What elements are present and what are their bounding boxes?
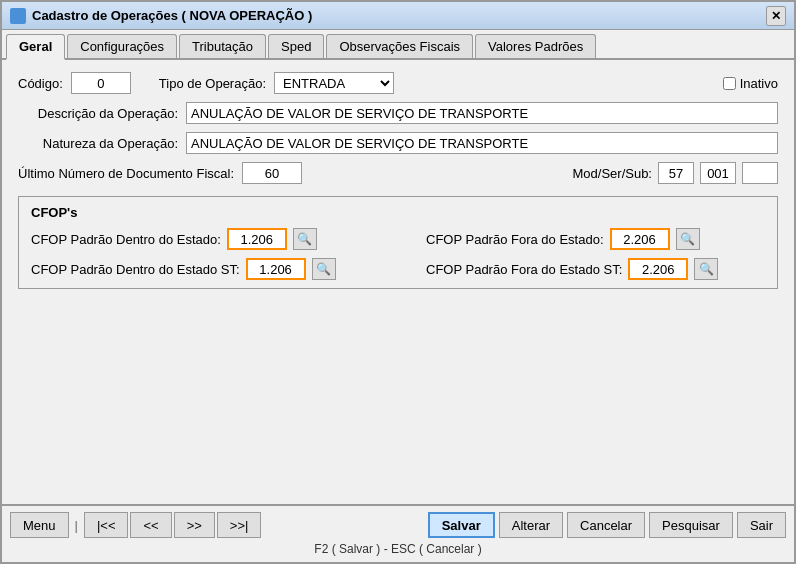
sair-button[interactable]: Sair <box>737 512 786 538</box>
natureza-label: Natureza da Operação: <box>18 136 178 151</box>
nav-group: |<< << >> >>| <box>84 512 262 538</box>
row-ultimo-num: Último Número de Documento Fiscal: Mod/S… <box>18 162 778 184</box>
cfop-fora-input[interactable] <box>610 228 670 250</box>
tipo-operacao-select[interactable]: ENTRADA SAÍDA <box>274 72 394 94</box>
inativo-row: Inativo <box>723 76 778 91</box>
tab-geral[interactable]: Geral <box>6 34 65 60</box>
nav-separator: | <box>75 518 78 533</box>
menu-button[interactable]: Menu <box>10 512 69 538</box>
cfops-grid: CFOP Padrão Dentro do Estado: 🔍 CFOP Pad… <box>31 228 765 280</box>
natureza-input[interactable] <box>186 132 778 154</box>
row-codigo: Código: Tipo de Operação: ENTRADA SAÍDA … <box>18 72 778 94</box>
cfop-fora-st: CFOP Padrão Fora do Estado ST: 🔍 <box>426 258 765 280</box>
footer-hint: F2 ( Salvar ) - ESC ( Cancelar ) <box>10 542 786 556</box>
cfop-fora-st-search-button[interactable]: 🔍 <box>694 258 718 280</box>
cfop-dentro-st-input[interactable] <box>246 258 306 280</box>
codigo-label: Código: <box>18 76 63 91</box>
nav-first-button[interactable]: |<< <box>84 512 129 538</box>
tab-observacoes[interactable]: Observações Fiscais <box>326 34 473 58</box>
row-descricao: Descrição da Operação: <box>18 102 778 124</box>
ultimo-num-input[interactable] <box>242 162 302 184</box>
cfop-dentro-search-button[interactable]: 🔍 <box>293 228 317 250</box>
inativo-label: Inativo <box>740 76 778 91</box>
tab-tributacao[interactable]: Tributação <box>179 34 266 58</box>
inativo-checkbox[interactable] <box>723 77 736 90</box>
cfops-group: CFOP's CFOP Padrão Dentro do Estado: 🔍 C… <box>18 196 778 289</box>
alterar-button[interactable]: Alterar <box>499 512 563 538</box>
cfops-title: CFOP's <box>31 205 765 220</box>
nav-next-button[interactable]: >> <box>174 512 215 538</box>
cfop-dentro: CFOP Padrão Dentro do Estado: 🔍 <box>31 228 370 250</box>
ultimo-num-label: Último Número de Documento Fiscal: <box>18 166 234 181</box>
cfop-fora-label: CFOP Padrão Fora do Estado: <box>426 232 604 247</box>
tab-sped[interactable]: Sped <box>268 34 324 58</box>
title-bar-text: Cadastro de Operações ( NOVA OPERAÇÃO ) <box>10 8 312 24</box>
app-icon <box>10 8 26 24</box>
cfop-fora-st-input[interactable] <box>628 258 688 280</box>
mod-input[interactable] <box>658 162 694 184</box>
main-window: Cadastro de Operações ( NOVA OPERAÇÃO ) … <box>0 0 796 564</box>
footer: Menu | |<< << >> >>| Salvar Alterar Canc… <box>2 504 794 562</box>
tab-configuracoes[interactable]: Configurações <box>67 34 177 58</box>
cfop-fora-search-button[interactable]: 🔍 <box>676 228 700 250</box>
window-title: Cadastro de Operações ( NOVA OPERAÇÃO ) <box>32 8 312 23</box>
cfops-row-1: CFOP Padrão Dentro do Estado: 🔍 CFOP Pad… <box>31 228 765 250</box>
mod-ser-sub-row: Mod/Ser/Sub: <box>573 162 779 184</box>
cancelar-button[interactable]: Cancelar <box>567 512 645 538</box>
main-content: Código: Tipo de Operação: ENTRADA SAÍDA … <box>2 60 794 504</box>
cfops-row-2: CFOP Padrão Dentro do Estado ST: 🔍 CFOP … <box>31 258 765 280</box>
nav-prev-button[interactable]: << <box>130 512 171 538</box>
tab-bar: Geral Configurações Tributação Sped Obse… <box>2 30 794 60</box>
cfop-dentro-label: CFOP Padrão Dentro do Estado: <box>31 232 221 247</box>
cfop-fora-st-label: CFOP Padrão Fora do Estado ST: <box>426 262 622 277</box>
tab-valores[interactable]: Valores Padrões <box>475 34 596 58</box>
tipo-operacao-label: Tipo de Operação: <box>159 76 266 91</box>
mod-label: Mod/Ser/Sub: <box>573 166 653 181</box>
cfop-dentro-st-label: CFOP Padrão Dentro do Estado ST: <box>31 262 240 277</box>
cfop-dentro-st: CFOP Padrão Dentro do Estado ST: 🔍 <box>31 258 370 280</box>
salvar-button[interactable]: Salvar <box>428 512 495 538</box>
sub-input[interactable] <box>742 162 778 184</box>
nav-last-button[interactable]: >>| <box>217 512 262 538</box>
row-natureza: Natureza da Operação: <box>18 132 778 154</box>
close-button[interactable]: ✕ <box>766 6 786 26</box>
descricao-input[interactable] <box>186 102 778 124</box>
cfop-dentro-input[interactable] <box>227 228 287 250</box>
descricao-label: Descrição da Operação: <box>18 106 178 121</box>
cfop-fora: CFOP Padrão Fora do Estado: 🔍 <box>426 228 765 250</box>
cfop-dentro-st-search-button[interactable]: 🔍 <box>312 258 336 280</box>
ser-input[interactable] <box>700 162 736 184</box>
title-bar: Cadastro de Operações ( NOVA OPERAÇÃO ) … <box>2 2 794 30</box>
pesquisar-button[interactable]: Pesquisar <box>649 512 733 538</box>
footer-buttons: Menu | |<< << >> >>| Salvar Alterar Canc… <box>10 512 786 538</box>
codigo-input[interactable] <box>71 72 131 94</box>
